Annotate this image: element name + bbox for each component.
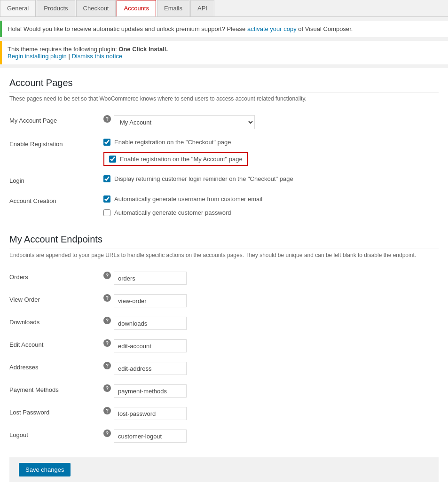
login-label: Login (9, 177, 24, 184)
addresses-help-icon[interactable]: ? (103, 362, 111, 369)
downloads-help-icon[interactable]: ? (103, 317, 111, 324)
orders-help-icon[interactable]: ? (103, 272, 111, 279)
payment-methods-help-icon[interactable]: ? (103, 384, 111, 392)
edit-account-help-icon[interactable]: ? (103, 339, 111, 347)
bottom-bar: Save changes (9, 457, 439, 482)
lost-password-row: Lost Password ? (9, 402, 439, 425)
notice-yellow-text-before: This theme requires the following plugin… (8, 46, 118, 53)
logout-row: Logout ? (9, 425, 439, 447)
enable-registration-label: Enable Registration (9, 141, 63, 148)
tab-general[interactable]: General (0, 0, 36, 16)
addresses-row: Addresses ? (9, 357, 439, 380)
checkout-registration-label: Enable registration on the "Checkout" pa… (114, 139, 231, 146)
payment-methods-input[interactable] (114, 384, 187, 398)
notice-green-text-after: of Visual Composer. (297, 25, 353, 32)
addresses-input[interactable] (114, 362, 187, 375)
tab-checkout[interactable]: Checkout (76, 0, 116, 16)
my-account-page-select[interactable]: My Account (114, 115, 255, 129)
downloads-input[interactable] (114, 317, 187, 330)
auto-password-checkbox[interactable] (103, 209, 110, 216)
view-order-help-icon[interactable]: ? (103, 294, 111, 302)
account-pages-title: Account Pages (9, 78, 439, 93)
notice-separator: | (67, 53, 72, 60)
downloads-label: Downloads (9, 319, 39, 326)
account-creation-row: Account Creation Automatically generate … (9, 191, 439, 225)
begin-installing-link[interactable]: Begin installing plugin (8, 53, 67, 60)
account-creation-cell: Automatically generate username from cus… (103, 195, 439, 220)
auto-username-row: Automatically generate username from cus… (103, 195, 439, 203)
account-creation-label: Account Creation (9, 197, 56, 204)
endpoints-desc: Endpoints are appended to your page URLs… (9, 252, 439, 258)
enable-registration-row: Enable Registration Enable registration … (9, 134, 439, 171)
myaccount-registration-row: Enable registration on the "My Account" … (103, 152, 248, 166)
edit-account-input[interactable] (114, 339, 187, 352)
endpoints-table: Orders ? View Order ? Down (9, 267, 439, 447)
tab-api[interactable]: API (190, 0, 214, 16)
lost-password-cell: ? (103, 407, 439, 420)
my-account-page-row: My Account Page ? My Account (9, 110, 439, 134)
orders-row: Orders ? (9, 267, 439, 289)
tab-accounts[interactable]: Accounts (117, 0, 156, 16)
addresses-label: Addresses (9, 364, 38, 371)
logout-label: Logout (9, 431, 28, 438)
checkout-registration-row: Enable registration on the "Checkout" pa… (103, 139, 439, 146)
login-reminder-checkbox[interactable] (103, 175, 110, 182)
endpoints-title: My Account Endpoints (9, 234, 439, 249)
downloads-row: Downloads ? (9, 312, 439, 335)
payment-methods-cell: ? (103, 384, 439, 398)
payment-methods-label: Payment Methods (9, 386, 59, 393)
logout-input[interactable] (114, 430, 187, 443)
orders-input[interactable] (114, 272, 187, 285)
view-order-cell: ? (103, 294, 439, 307)
view-order-label: View Order (9, 296, 40, 303)
notice-green: Hola! Would you like to receive automati… (0, 21, 448, 37)
logout-cell: ? (103, 430, 439, 443)
dismiss-notice-link[interactable]: Dismiss this notice (71, 53, 122, 60)
payment-methods-row: Payment Methods ? (9, 380, 439, 402)
page-wrapper: General Products Checkout Accounts Email… (0, 0, 448, 492)
my-account-page-help-icon[interactable]: ? (103, 115, 111, 123)
save-changes-button[interactable]: Save changes (19, 463, 71, 476)
myaccount-registration-label: Enable registration on the "My Account" … (120, 156, 243, 163)
view-order-input[interactable] (114, 294, 187, 307)
orders-label: Orders (9, 273, 28, 281)
login-reminder-label: Display returning customer login reminde… (114, 175, 293, 182)
my-account-page-label: My Account Page (9, 117, 57, 124)
activate-copy-link[interactable]: activate your copy (247, 25, 297, 32)
tabs-bar: General Products Checkout Accounts Email… (0, 0, 448, 17)
content-area: Account Pages These pages need to be set… (0, 68, 448, 492)
tab-products[interactable]: Products (37, 0, 75, 16)
notice-yellow-bold: One Click Install. (118, 46, 168, 53)
edit-account-cell: ? (103, 339, 439, 352)
myaccount-registration-checkbox[interactable] (109, 156, 116, 163)
notice-green-text-before: Hola! Would you like to receive automati… (8, 25, 247, 32)
orders-cell: ? (103, 272, 439, 285)
account-pages-desc: These pages need to be set so that WooCo… (9, 95, 439, 102)
notice-yellow-line2: Begin installing plugin | Dismiss this n… (8, 53, 442, 60)
auto-username-checkbox[interactable] (103, 195, 110, 203)
tab-emails[interactable]: Emails (157, 0, 189, 16)
lost-password-help-icon[interactable]: ? (103, 407, 111, 414)
notice-yellow-line1: This theme requires the following plugin… (8, 46, 442, 53)
downloads-cell: ? (103, 317, 439, 330)
logout-help-icon[interactable]: ? (103, 430, 111, 437)
notice-yellow: This theme requires the following plugin… (0, 41, 448, 64)
edit-account-label: Edit Account (9, 341, 43, 348)
edit-account-row: Edit Account ? (9, 335, 439, 357)
lost-password-label: Lost Password (9, 409, 49, 416)
auto-username-label: Automatically generate username from cus… (114, 195, 262, 203)
lost-password-input[interactable] (114, 407, 187, 420)
enable-registration-cell: Enable registration on the "Checkout" pa… (103, 139, 439, 166)
account-pages-table: My Account Page ? My Account Enable Regi… (9, 110, 439, 225)
auto-password-label: Automatically generate customer password (114, 209, 231, 216)
checkout-registration-checkbox[interactable] (103, 139, 110, 146)
login-row: Login Display returning customer login r… (9, 171, 439, 191)
auto-password-row: Automatically generate customer password (103, 209, 439, 216)
addresses-cell: ? (103, 362, 439, 375)
my-account-page-cell: ? My Account (103, 115, 439, 129)
login-cell: Display returning customer login reminde… (103, 175, 439, 182)
myaccount-registration-highlight-wrapper: Enable registration on the "My Account" … (103, 152, 439, 166)
view-order-row: View Order ? (9, 289, 439, 312)
